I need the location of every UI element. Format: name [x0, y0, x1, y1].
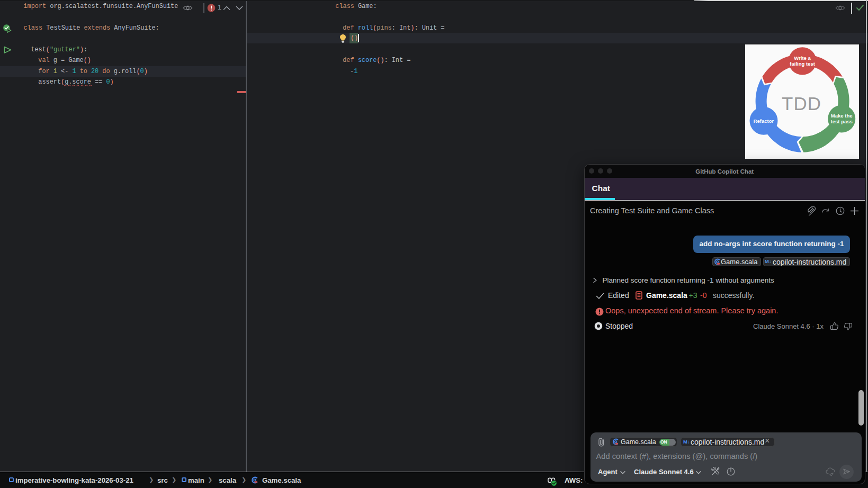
svg-text:Make the: Make the: [831, 113, 853, 119]
svg-text:TDD: TDD: [782, 93, 821, 114]
svg-text:test pass: test pass: [830, 119, 852, 124]
svg-text:Write a: Write a: [794, 55, 811, 60]
svg-text:failing test: failing test: [790, 60, 815, 66]
svg-text:Refactor: Refactor: [753, 118, 774, 124]
